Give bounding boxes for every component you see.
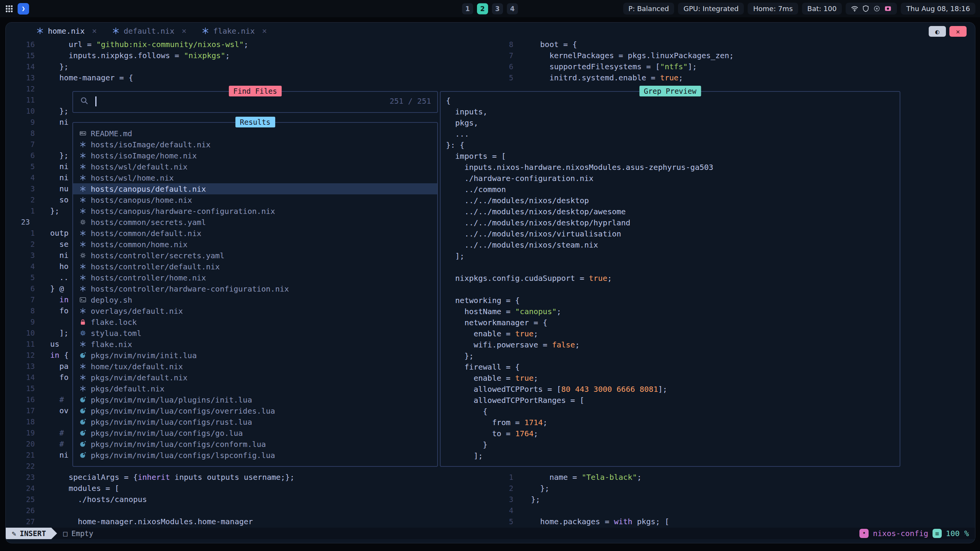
file-path: hosts/controller/default.nix — [91, 262, 220, 271]
results-item[interactable]: hosts/controller/home.nix — [73, 272, 437, 283]
tab-close-icon[interactable]: × — [181, 26, 186, 36]
preview-line: { — [446, 406, 897, 417]
workspace-button-3[interactable]: 3 — [492, 3, 503, 14]
code-row[interactable]: initrd.systemd.enable = true; — [531, 72, 971, 83]
nix-file-icon — [79, 174, 87, 181]
code-row[interactable]: }; — [531, 494, 971, 505]
line-number: 23 — [21, 217, 30, 228]
results-item[interactable]: pkgs/nvim/nvim/lua/configs/go.lua — [73, 427, 437, 439]
code-row[interactable]: modules = [ — [50, 483, 481, 494]
lua-file-icon — [79, 452, 87, 458]
results-item[interactable]: README.md — [73, 128, 437, 139]
terminal-app-icon[interactable]: ❯ — [18, 3, 29, 15]
results-item[interactable]: hosts/canopus/default.nix — [73, 183, 437, 194]
line-number: 23 — [6, 472, 35, 483]
results-item[interactable]: pkgs/nvim/default.nix — [73, 372, 437, 383]
code-row[interactable]: inputs.nixpkgs.follows = "nixpkgs"; — [50, 50, 481, 61]
results-item[interactable]: pkgs/nvim/nvim/lua/plugins/init.lua — [73, 394, 437, 405]
transparency-toggle-button[interactable]: ◐ — [929, 26, 946, 37]
results-item[interactable]: pkgs/nvim/nvim/lua/configs/conform.lua — [73, 439, 437, 450]
file-path: pkgs/nvim/nvim/init.lua — [91, 351, 197, 360]
window-close-button[interactable]: × — [949, 26, 967, 37]
workspace-button-2[interactable]: 2 — [477, 3, 488, 14]
buffer-label: Empty — [72, 529, 93, 538]
results-item[interactable]: stylua.toml — [73, 328, 437, 339]
line-number: 1 — [6, 205, 35, 217]
statusbar-right: • nixos-config ≡ 100 % — [859, 529, 975, 538]
code-row[interactable]: boot = { — [531, 39, 971, 50]
results-item[interactable]: hosts/wsl/default.nix — [73, 161, 437, 172]
left-gutter: 1615141312111098765432123123456789101112… — [6, 39, 50, 527]
preview-line: networking = { — [446, 295, 897, 306]
tab-home.nix[interactable]: home.nix× — [29, 23, 105, 39]
preview-line: ]; — [446, 251, 897, 262]
tab-close-icon[interactable]: × — [262, 26, 267, 36]
telescope-prompt[interactable]: Find Files 251 / 251 — [72, 91, 438, 113]
results-item[interactable]: flake.nix — [73, 339, 437, 350]
lua-file-icon — [79, 430, 87, 436]
code-row[interactable] — [50, 505, 481, 516]
results-item[interactable]: hosts/common/default.nix — [73, 228, 437, 239]
results-item[interactable]: flake.lock — [73, 316, 437, 328]
file-path: hosts/controller/hardware-configuration.… — [91, 284, 289, 293]
code-row[interactable]: specialArgs = {inherit inputs outputs us… — [50, 472, 481, 483]
results-item[interactable]: pkgs/nvim/nvim/lua/configs/overrides.lua — [73, 405, 437, 416]
results-item[interactable]: pkgs/nvim/nvim/init.lua — [73, 350, 437, 361]
file-path: hosts/common/default.nix — [91, 229, 201, 238]
preview-line: networkmanager = { — [446, 317, 897, 328]
preview-line: ../common — [446, 184, 897, 195]
code-row[interactable]: home-manager.nixosModules.home-manager — [50, 516, 481, 527]
nix-file-icon — [79, 241, 87, 248]
file-path: hosts/isoImage/home.nix — [91, 151, 197, 160]
preview-line: ]; — [446, 450, 897, 461]
code-row[interactable]: ./hosts/canopus — [50, 494, 481, 505]
code-row[interactable]: home.packages = with pkgs; [ — [531, 516, 971, 527]
code-row[interactable]: }; — [50, 61, 481, 72]
line-number: 4 — [6, 261, 35, 272]
results-item[interactable]: hosts/controller/hardware-configuration.… — [73, 283, 437, 294]
preview-line: ../../modules/nixos/desktop — [446, 195, 897, 206]
results-item[interactable]: hosts/common/secrets.yaml — [73, 217, 437, 228]
status-module: P: Balanced — [623, 3, 675, 15]
preview-line: ./hardware-configuration.nix — [446, 173, 897, 184]
code-row[interactable] — [531, 505, 971, 516]
file-path: flake.nix — [91, 340, 132, 349]
code-row[interactable]: url = "github:nix-community/nixos-wsl"; — [50, 39, 481, 50]
screenshot-icon[interactable] — [884, 5, 892, 12]
code-row[interactable]: name = "Tela-black"; — [531, 472, 971, 483]
results-item[interactable]: hosts/common/home.nix — [73, 239, 437, 250]
results-item[interactable]: hosts/controller/default.nix — [73, 261, 437, 272]
line-number: 8 — [6, 128, 35, 139]
results-item[interactable]: pkgs/default.nix — [73, 383, 437, 394]
results-item[interactable]: home/tux/default.nix — [73, 361, 437, 372]
record-icon[interactable] — [873, 5, 880, 12]
preview-line: enable = true; — [446, 328, 897, 339]
lua-file-icon — [79, 396, 87, 403]
tab-close-icon[interactable]: × — [92, 26, 97, 36]
results-item[interactable]: hosts/wsl/home.nix — [73, 172, 437, 183]
workspace-button-1[interactable]: 1 — [462, 3, 473, 14]
app-launcher-icon[interactable] — [5, 5, 13, 13]
results-item[interactable]: hosts/canopus/hardware-configuration.nix — [73, 205, 437, 217]
file-path: hosts/canopus/default.nix — [91, 184, 206, 194]
tab-default.nix[interactable]: default.nix× — [105, 23, 194, 39]
line-number: 5 — [475, 72, 513, 83]
shield-icon[interactable] — [862, 5, 869, 12]
code-row[interactable]: kernelPackages = pkgs.linuxPackages_zen; — [531, 50, 971, 61]
results-item[interactable]: pkgs/nvim/nvim/lua/configs/rust.lua — [73, 416, 437, 427]
results-item[interactable]: hosts/isoImage/default.nix — [73, 139, 437, 150]
prompt-counter: 251 / 251 — [390, 92, 431, 111]
results-item[interactable]: overlays/default.nix — [73, 305, 437, 316]
results-item[interactable]: hosts/canopus/home.nix — [73, 194, 437, 205]
code-row[interactable]: home-manager = { — [50, 72, 481, 83]
tab-flake.nix[interactable]: flake.nix× — [194, 23, 274, 39]
results-item[interactable]: hosts/controller/secrets.yaml — [73, 250, 437, 261]
code-row[interactable]: supportedFilesystems = ["ntfs"]; — [531, 61, 971, 72]
results-item[interactable]: pkgs/nvim/nvim/lua/configs/lspconfig.lua — [73, 450, 437, 461]
workspace-button-4[interactable]: 4 — [507, 3, 518, 14]
results-item[interactable]: deploy.sh — [73, 294, 437, 305]
tab-label: default.nix — [124, 26, 174, 36]
wifi-icon[interactable] — [851, 5, 858, 12]
code-row[interactable]: }; — [531, 483, 971, 494]
results-item[interactable]: hosts/isoImage/home.nix — [73, 150, 437, 161]
